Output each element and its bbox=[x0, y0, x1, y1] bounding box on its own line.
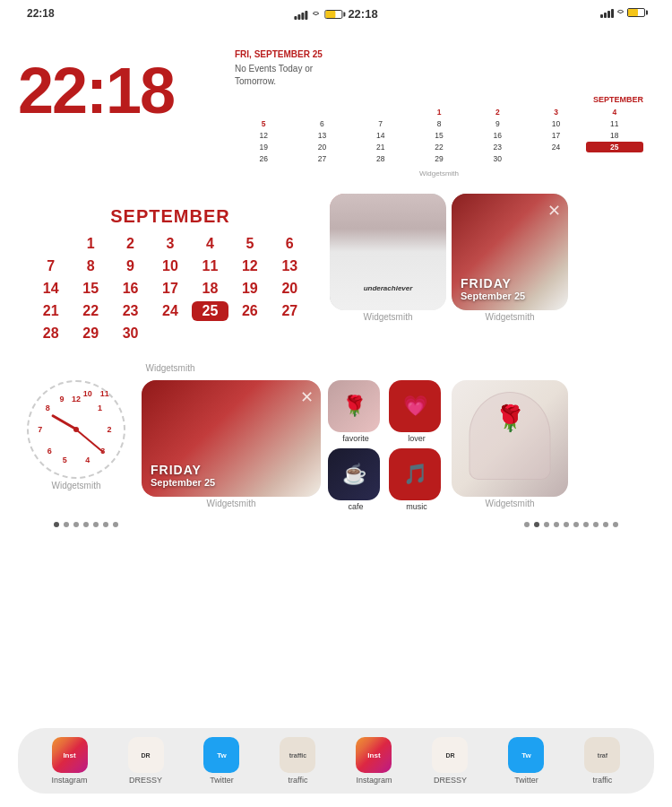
mini-cal-day: 27 bbox=[293, 153, 350, 164]
clock-7: 7 bbox=[38, 425, 42, 434]
dock-instagram-2[interactable]: Inst Instagram bbox=[356, 737, 392, 785]
app-cafe[interactable]: ☕ bbox=[328, 448, 380, 500]
large-cal-grid: 1 2 3 4 5 6 7 8 9 10 11 12 13 14 15 16 1 bbox=[32, 234, 308, 343]
mini-cal-day: 16 bbox=[469, 130, 526, 141]
underachiever-widgetsmith: Widgetsmith bbox=[330, 312, 446, 322]
mini-cal-day bbox=[235, 107, 292, 117]
music-icon: 🎵 bbox=[403, 463, 427, 486]
app-cafe-wrap: ☕ cafe bbox=[328, 448, 383, 511]
mini-cal-day: 12 bbox=[235, 130, 292, 141]
mini-cal-today: 25 bbox=[586, 142, 643, 152]
mini-cal-day: 29 bbox=[410, 153, 468, 164]
friday2-overlay: FRIDAY September 25 bbox=[151, 463, 215, 488]
underachiever-widget[interactable]: underachiever bbox=[330, 194, 446, 310]
dock-traffic-icon-1: traffic bbox=[280, 737, 315, 773]
clock-12: 12 bbox=[72, 395, 81, 404]
dock-twitter-icon-2: Tw bbox=[508, 737, 544, 773]
clock-8: 8 bbox=[46, 404, 50, 412]
dock-traffic-1[interactable]: traffic traffic bbox=[280, 737, 315, 785]
battery-icon-right bbox=[627, 8, 645, 17]
close-icon: ✕ bbox=[547, 201, 561, 221]
app-grid: 🌹 favorite 💗 lover ☕ cafe bbox=[328, 380, 444, 511]
friday1-day: FRIDAY bbox=[461, 276, 525, 291]
clock-widgetsmith: Widgetsmith bbox=[18, 481, 134, 490]
mini-cal-day: 2 bbox=[469, 107, 526, 117]
wifi-icon: ⌔ bbox=[313, 9, 319, 20]
large-calendar-widget[interactable]: SEPTEMBER 1 2 3 4 5 6 7 8 9 10 11 12 13 bbox=[18, 194, 323, 373]
minute-hand bbox=[75, 429, 104, 453]
dot-right-2 bbox=[534, 522, 539, 527]
app-favorite[interactable]: 🌹 bbox=[328, 380, 380, 432]
dock-instagram-1[interactable]: Inst Instagram bbox=[51, 737, 87, 785]
mini-cal-day: 1 bbox=[410, 107, 468, 117]
dock-twitter-1[interactable]: Tw Twitter bbox=[203, 737, 239, 785]
rose-widget-wrap: 🌹 Widgetsmith bbox=[452, 380, 568, 511]
dot-right-4 bbox=[554, 522, 559, 527]
large-widgetsmith: Widgetsmith bbox=[18, 363, 323, 373]
dock-twitter-icon-1: Tw bbox=[203, 737, 239, 773]
dock-traffic-label-2: traffic bbox=[593, 776, 613, 785]
dot-left-1 bbox=[54, 522, 59, 527]
dock-traffic-label-1: traffic bbox=[289, 776, 308, 785]
dock-twitter-label-2: Twitter bbox=[514, 776, 538, 785]
dot-right-9 bbox=[603, 522, 608, 527]
dock-instagram-label-1: Instagram bbox=[51, 776, 87, 785]
mini-cal-day bbox=[293, 107, 350, 117]
dock-traffic-icon-2: traf bbox=[584, 737, 620, 773]
clock-10: 10 bbox=[83, 389, 92, 398]
friday2-widget-wrap: ✕ FRIDAY September 25 Widgetsmith bbox=[142, 380, 321, 511]
underachiever-widget-wrap: underachiever Widgetsmith bbox=[330, 194, 446, 322]
mini-cal-month: SEPTEMBER bbox=[235, 95, 643, 104]
rose-emoji: 🌹 bbox=[495, 404, 526, 433]
friday1-widget[interactable]: ✕ FRIDAY September 25 bbox=[452, 194, 568, 310]
mini-cal-day: 23 bbox=[469, 142, 526, 152]
clock-6: 6 bbox=[47, 447, 52, 456]
friday2-widget[interactable]: ✕ FRIDAY September 25 bbox=[142, 380, 321, 497]
mini-cal-day: 17 bbox=[527, 130, 584, 141]
close-icon-2: ✕ bbox=[300, 387, 314, 407]
mini-calendar-widget[interactable]: FRI, SEPTEMBER 25 No Events Today orTomo… bbox=[224, 40, 654, 187]
dock-twitter-2[interactable]: Tw Twitter bbox=[508, 737, 544, 785]
analog-clock-face[interactable]: 12 1 2 3 4 5 6 7 8 9 10 11 bbox=[27, 380, 125, 479]
mini-cal-day: 3 bbox=[527, 107, 584, 117]
app-favorite-label: favorite bbox=[328, 434, 383, 443]
clock-2: 2 bbox=[108, 425, 112, 434]
app-music[interactable]: 🎵 bbox=[389, 448, 441, 500]
dot-left-2 bbox=[64, 522, 69, 527]
top-photo-row: underachiever Widgetsmith ✕ FRIDAY Septe… bbox=[330, 194, 568, 322]
friday1-widgetsmith: Widgetsmith bbox=[452, 312, 568, 322]
app-grid-wrap: 🌹 favorite 💗 lover ☕ cafe bbox=[328, 380, 444, 511]
dock-dressy-1[interactable]: DR DRESSY bbox=[128, 737, 164, 785]
dock-dressy-2[interactable]: DR DRESSY bbox=[432, 737, 468, 785]
friday2-date: September 25 bbox=[151, 477, 215, 488]
mini-cal-day: 14 bbox=[352, 130, 409, 141]
dock-traffic-2[interactable]: traf traffic bbox=[584, 737, 620, 785]
status-time-center: 22:18 bbox=[348, 7, 377, 21]
clock-9: 9 bbox=[60, 395, 65, 404]
top-section: 22:18 FRI, SEPTEMBER 25 No Events Today … bbox=[18, 40, 654, 187]
dock-instagram-icon-2: Inst bbox=[356, 737, 392, 773]
big-clock-widget: 22:18 bbox=[18, 40, 215, 187]
dot-right-5 bbox=[564, 522, 569, 527]
friday1-overlay: FRIDAY September 25 bbox=[461, 276, 525, 301]
page-dots-left bbox=[54, 522, 118, 527]
dot-left-3 bbox=[73, 522, 79, 527]
dot-left-7 bbox=[113, 522, 118, 527]
dot-left-5 bbox=[93, 522, 99, 527]
mini-cal-day: 30 bbox=[469, 153, 526, 164]
dot-right-7 bbox=[583, 522, 589, 527]
dock-instagram-icon-1: Inst bbox=[52, 737, 88, 773]
mini-cal-day: 6 bbox=[293, 118, 350, 129]
mini-cal-grid: 1 2 3 4 5 6 7 8 9 10 11 12 13 14 15 16 1… bbox=[235, 107, 643, 167]
mini-cal-day: 28 bbox=[352, 153, 409, 164]
rose-widget[interactable]: 🌹 bbox=[452, 380, 568, 497]
mini-cal-day: 5 bbox=[235, 118, 292, 129]
page-dots-right bbox=[524, 522, 618, 527]
dock-instagram-label-2: Instagram bbox=[356, 776, 392, 785]
dot-right-3 bbox=[544, 522, 549, 527]
app-lover[interactable]: 💗 bbox=[389, 380, 441, 432]
wifi-icon-right: ⌔ bbox=[617, 7, 624, 18]
app-cafe-label: cafe bbox=[328, 502, 383, 511]
dot-right-6 bbox=[573, 522, 579, 527]
mini-cal-day: 21 bbox=[352, 142, 409, 152]
